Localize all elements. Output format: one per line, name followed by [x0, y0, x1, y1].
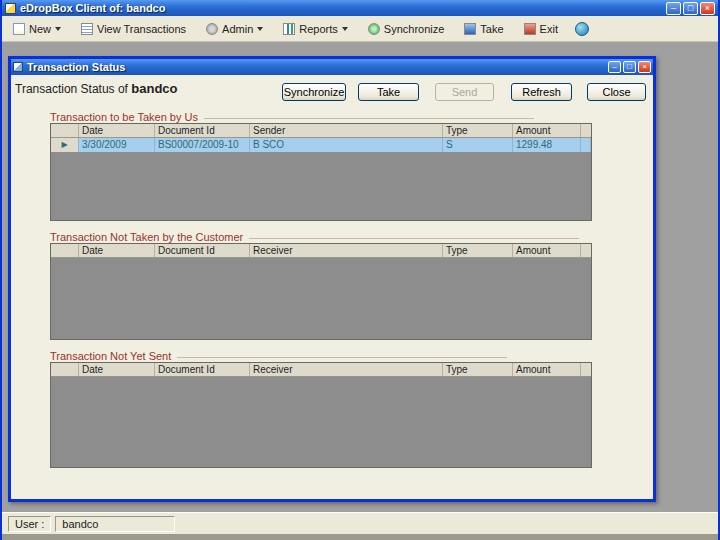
- dialog-icon: [13, 62, 23, 72]
- toolbar-item-synchronize[interactable]: Synchronize: [365, 21, 448, 37]
- grid-not-taken-by-customer: Date Document Id Receiver Type Amount: [50, 243, 592, 340]
- column-header-amount[interactable]: Amount: [513, 244, 581, 257]
- toolbar-item-admin[interactable]: Admin: [203, 21, 266, 37]
- dropdown-arrow-icon: [257, 27, 263, 31]
- dropdown-arrow-icon: [55, 27, 61, 31]
- section-title-not-yet-sent: Transaction Not Yet Sent: [50, 350, 507, 362]
- cell-sender: B SCO: [250, 138, 443, 152]
- grid-header-row: Date Document Id Receiver Type Amount: [51, 363, 591, 377]
- synchronize-button[interactable]: Synchronize: [282, 83, 346, 101]
- reports-icon: [283, 23, 295, 35]
- status-bar: User : bandco: [2, 512, 718, 534]
- column-header-receiver[interactable]: Receiver: [250, 363, 443, 376]
- column-header-date[interactable]: Date: [79, 363, 155, 376]
- new-icon: [13, 23, 25, 35]
- app-icon: [5, 3, 16, 14]
- cell-type: S: [443, 138, 513, 152]
- take-icon: [464, 23, 476, 35]
- column-header-sender[interactable]: Sender: [250, 124, 443, 137]
- column-header-amount[interactable]: Amount: [513, 363, 581, 376]
- toolbar-item-view-transactions[interactable]: View Transactions: [78, 21, 189, 37]
- globe-icon: [575, 22, 589, 36]
- grid-not-yet-sent: Date Document Id Receiver Type Amount: [50, 362, 592, 468]
- toolbar-label: Exit: [540, 23, 558, 35]
- dialog-heading-name: bandco: [131, 81, 177, 96]
- exit-icon: [524, 23, 536, 35]
- synchronize-icon: [368, 23, 380, 35]
- toolbar-label: Admin: [222, 23, 253, 35]
- column-header-filler: [581, 363, 591, 376]
- send-button: Send: [435, 83, 494, 101]
- view-transactions-icon: [81, 23, 93, 35]
- toolbar-label: Reports: [299, 23, 338, 35]
- column-header-type[interactable]: Type: [443, 244, 513, 257]
- row-marker-icon: ▶: [51, 138, 79, 152]
- close-icon[interactable]: ×: [700, 2, 715, 15]
- dialog-heading-prefix: Transaction Status of: [15, 82, 131, 96]
- cell-filler: [581, 138, 591, 152]
- dialog-close-icon[interactable]: ×: [638, 61, 651, 73]
- dialog-maximize-icon[interactable]: □: [623, 61, 636, 73]
- window-title: eDropBox Client of: bandco: [20, 2, 666, 14]
- column-header-date[interactable]: Date: [79, 124, 155, 137]
- minimize-icon[interactable]: –: [666, 2, 681, 15]
- app-window: eDropBox Client of: bandco – □ × New Vie…: [0, 0, 720, 540]
- column-header-document-id[interactable]: Document Id: [155, 363, 250, 376]
- toolbar-label: Take: [480, 23, 503, 35]
- row-selector-header: [51, 124, 79, 137]
- dialog-body: Transaction Status of bandco Synchronize…: [11, 75, 653, 499]
- toolbar-label: Synchronize: [384, 23, 445, 35]
- section-title-not-taken-by-customer: Transaction Not Taken by the Customer: [50, 231, 579, 243]
- toolbar-item-reports[interactable]: Reports: [280, 21, 351, 37]
- maximize-icon[interactable]: □: [683, 2, 698, 15]
- window-titlebar: eDropBox Client of: bandco – □ ×: [2, 0, 718, 16]
- grid-header-row: Date Document Id Sender Type Amount: [51, 124, 591, 138]
- status-user-label: User :: [8, 516, 51, 532]
- row-selector-header: [51, 363, 79, 376]
- column-header-receiver[interactable]: Receiver: [250, 244, 443, 257]
- column-header-filler: [581, 244, 591, 257]
- grid-taken-by-us: Date Document Id Sender Type Amount ▶ 3/…: [50, 123, 592, 221]
- dialog-heading: Transaction Status of bandco: [15, 81, 178, 96]
- dialog-minimize-icon[interactable]: –: [608, 61, 621, 73]
- toolbar: New View Transactions Admin Reports Sync…: [2, 16, 718, 42]
- cell-document-id: BS00007/2009-10: [155, 138, 250, 152]
- toolbar-label: View Transactions: [97, 23, 186, 35]
- column-header-type[interactable]: Type: [443, 124, 513, 137]
- dropdown-arrow-icon: [342, 27, 348, 31]
- toolbar-label: New: [29, 23, 51, 35]
- toolbar-item-new[interactable]: New: [10, 21, 64, 37]
- status-user-value: bandco: [55, 516, 175, 532]
- column-header-date[interactable]: Date: [79, 244, 155, 257]
- bottom-strip: [2, 534, 718, 540]
- column-header-type[interactable]: Type: [443, 363, 513, 376]
- toolbar-item-exit[interactable]: Exit: [521, 21, 561, 37]
- section-title-taken-by-us: Transaction to be Taken by Us: [50, 111, 534, 123]
- column-header-document-id[interactable]: Document Id: [155, 244, 250, 257]
- transaction-status-dialog: Transaction Status – □ × Transaction Sta…: [8, 56, 656, 502]
- refresh-button[interactable]: Refresh: [511, 83, 572, 101]
- toolbar-item-take[interactable]: Take: [461, 21, 506, 37]
- table-row[interactable]: ▶ 3/30/2009 BS00007/2009-10 B SCO S 1299…: [51, 138, 591, 152]
- dialog-titlebar: Transaction Status – □ ×: [11, 59, 653, 75]
- column-header-amount[interactable]: Amount: [513, 124, 581, 137]
- column-header-document-id[interactable]: Document Id: [155, 124, 250, 137]
- admin-icon: [206, 23, 218, 35]
- cell-amount: 1299.48: [513, 138, 581, 152]
- column-header-filler: [581, 124, 591, 137]
- close-button[interactable]: Close: [587, 83, 646, 101]
- grid-header-row: Date Document Id Receiver Type Amount: [51, 244, 591, 258]
- cell-date: 3/30/2009: [79, 138, 155, 152]
- row-selector-header: [51, 244, 79, 257]
- dialog-title: Transaction Status: [27, 61, 608, 73]
- take-button[interactable]: Take: [358, 83, 419, 101]
